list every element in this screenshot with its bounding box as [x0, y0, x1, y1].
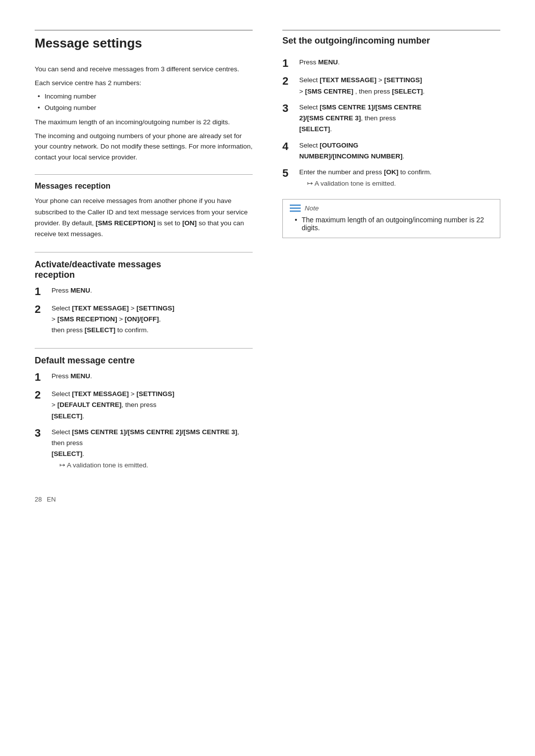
outgoing-step-2: 2 Select [TEXT MESSAGE] > [SETTINGS] > […	[282, 75, 500, 97]
activate-step1-bold: MENU	[70, 287, 90, 294]
out-step2-bold4: [SELECT]	[392, 88, 423, 95]
activate-steps: 1 Press MENU. 2 Select [TEXT MESSAGE] > …	[35, 285, 253, 336]
out-step2-bold1: [TEXT MESSAGE]	[320, 76, 376, 84]
language-code: EN	[47, 496, 55, 503]
note-box: Note The maximum length of an outgoing/i…	[282, 199, 500, 238]
intro-p4: The incoming and outgoing numbers of you…	[35, 131, 253, 163]
right-column: Set the outgoing/incoming number 1 Press…	[277, 30, 500, 476]
messages-reception-section: Messages reception Your phone can receiv…	[35, 174, 253, 240]
out-step1-bold: MENU	[318, 58, 338, 66]
default-step3-bold1: [SMS CENTRE 1]/[SMS CENTRE 2]/[SMS CENTR…	[72, 428, 237, 436]
outgoing-step-5: 5 Enter the number and press [OK] to con…	[282, 167, 500, 189]
activate-step2-bold1: [TEXT MESSAGE]	[72, 304, 129, 312]
bullet-outgoing: Outgoing number	[45, 102, 253, 114]
out-step5-arrow: A validation tone is emitted.	[307, 180, 396, 187]
default-step3-arrow: A validation tone is emitted.	[59, 461, 148, 469]
note-header: Note	[290, 204, 493, 212]
page-layout: Message settings You can send and receiv…	[35, 30, 500, 476]
activate-step2-bold2: [SETTINGS]	[136, 304, 174, 312]
page-title: Message settings	[35, 30, 253, 55]
default-centre-title: Default message centre	[35, 355, 253, 366]
intro-p3: The maximum length of an incoming/outgoi…	[35, 117, 253, 128]
intro-p2: Each service centre has 2 numbers:	[35, 78, 253, 89]
reception-bold2: [ON]	[182, 219, 197, 227]
default-centre-section: Default message centre 1 Press MENU. 2 S…	[35, 348, 253, 471]
messages-reception-title: Messages reception	[35, 182, 253, 191]
note-bullet-1: The maximum length of an outgoing/incomi…	[295, 216, 493, 232]
reception-bold1: [SMS RECEPTION]	[96, 219, 156, 227]
default-step3-bold2: [SELECT]	[52, 450, 82, 457]
note-bullet-list: The maximum length of an outgoing/incomi…	[295, 216, 493, 232]
messages-reception-text: Your phone can receive messages from ano…	[35, 196, 253, 240]
note-icon	[290, 204, 301, 212]
note-line-2	[290, 207, 301, 209]
set-outgoing-title: Set the outgoing/incoming number	[282, 30, 500, 50]
default-step2-bold3: [DEFAULT CENTRE]	[57, 401, 122, 408]
activate-step-1: 1 Press MENU.	[35, 285, 253, 298]
out-step2-bold3: [SMS CENTRE]	[305, 88, 354, 95]
page-footer: 28 EN	[35, 496, 500, 503]
activate-section: Activate/deactivate messages reception 1…	[35, 252, 253, 336]
default-centre-steps: 1 Press MENU. 2 Select [TEXT MESSAGE] > …	[35, 371, 253, 471]
default-step-3: 3 Select [SMS CENTRE 1]/[SMS CENTRE 2]/[…	[35, 427, 253, 471]
note-label: Note	[305, 204, 319, 212]
activate-step2-bold5: [SELECT]	[85, 326, 115, 334]
default-step-1: 1 Press MENU.	[35, 371, 253, 384]
out-step2-bold2: [SETTINGS]	[384, 76, 422, 84]
activate-step-2: 2 Select [TEXT MESSAGE] > [SETTINGS] > […	[35, 303, 253, 336]
intro-bullet-list: Incoming number Outgoing number	[45, 91, 253, 114]
default-step-2: 2 Select [TEXT MESSAGE] > [SETTINGS] > […	[35, 389, 253, 422]
default-step1-bold: MENU	[70, 372, 90, 380]
out-step4-bold1: [OUTGOINGNUMBER]/[INCOMING NUMBER]	[299, 142, 402, 160]
out-step3-bold1: [SMS CENTRE 1]/[SMS CENTRE2]/[SMS CENTRE…	[299, 103, 422, 122]
reception-text2: is set to	[156, 219, 182, 227]
default-step2-bold4: [SELECT]	[52, 412, 82, 420]
default-step2-bold1: [TEXT MESSAGE]	[72, 390, 129, 398]
note-line-1	[290, 204, 301, 206]
out-step3-bold2: [SELECT]	[299, 125, 330, 133]
activate-step2-bold4: [ON]/[OFF]	[125, 315, 159, 323]
outgoing-step-3: 3 Select [SMS CENTRE 1]/[SMS CENTRE2]/[S…	[282, 102, 500, 135]
out-step5-bold1: [OK]	[384, 168, 398, 176]
activate-title: Activate/deactivate messages reception	[35, 259, 253, 280]
outgoing-step-1: 1 Press MENU.	[282, 57, 500, 70]
left-column: Message settings You can send and receiv…	[35, 30, 258, 476]
intro-p1: You can send and receive messages from 3…	[35, 64, 253, 75]
bullet-incoming: Incoming number	[45, 91, 253, 102]
page-number: 28	[35, 496, 42, 503]
note-line-3	[290, 210, 301, 212]
outgoing-steps: 1 Press MENU. 2 Select [TEXT MESSAGE] > …	[282, 57, 500, 189]
activate-step2-bold3: [SMS RECEPTION]	[57, 315, 117, 323]
default-step2-bold2: [SETTINGS]	[136, 390, 174, 398]
outgoing-step-4: 4 Select [OUTGOINGNUMBER]/[INCOMING NUMB…	[282, 140, 500, 162]
